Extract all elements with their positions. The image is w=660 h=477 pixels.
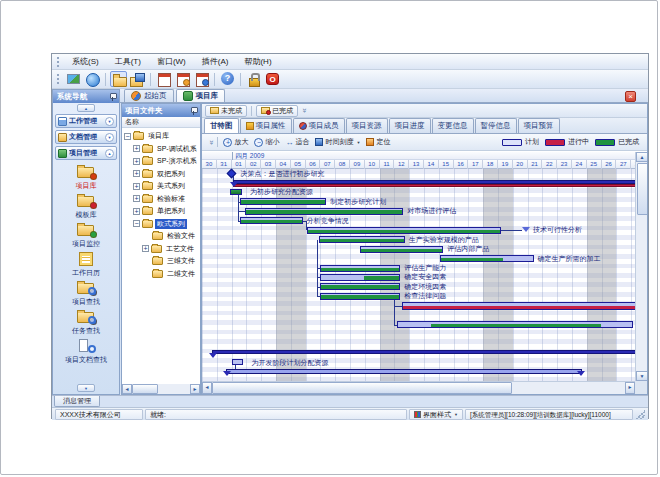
gantt-hscrollbar[interactable]: ◄ ►: [202, 381, 635, 394]
gantt-bar[interactable]: [320, 293, 400, 300]
chevron-down-icon[interactable]: ▼: [105, 117, 114, 126]
gantt-bar[interactable]: [397, 321, 632, 328]
expand-plus-icon[interactable]: +: [133, 208, 140, 215]
gantt-tab-变更信息[interactable]: 变更信息: [432, 118, 474, 133]
sidebar-item-工作日历[interactable]: 工作日历: [55, 251, 117, 279]
scroll-down-icon[interactable]: ▼: [636, 371, 648, 381]
scroll-down-icon[interactable]: ▼: [77, 384, 95, 392]
scroll-thumb[interactable]: [212, 382, 512, 394]
tree-item-SP-调试机系[interactable]: +SP-调试机系: [122, 143, 200, 155]
lock-icon[interactable]: [245, 71, 262, 87]
gantt-bar[interactable]: [240, 198, 326, 205]
sidebar-group-项目管理[interactable]: 项目管理▲: [55, 146, 117, 160]
menu-item[interactable]: 系统(S): [64, 54, 107, 69]
gantt-tool-放大[interactable]: +放大: [220, 136, 251, 148]
sidebar-item-项目文档查找[interactable]: 项目文档查找: [55, 338, 117, 366]
gantt-vscrollbar[interactable]: ▲ ▼: [635, 152, 648, 381]
gantt-tab-项目属性[interactable]: 项目属性: [240, 118, 292, 133]
tree-hscrollbar[interactable]: ◄ ►: [122, 384, 200, 394]
tree-item-项目库[interactable]: −项目库: [122, 130, 200, 142]
toolbar-overflow-icon[interactable]: »: [207, 138, 216, 146]
sidebar-group-工作管理[interactable]: 工作管理▼: [55, 114, 117, 128]
summary-bar[interactable]: [212, 350, 635, 354]
tree-item-SP-演示机系[interactable]: +SP-演示机系: [122, 155, 200, 167]
gantt-bar[interactable]: [319, 236, 405, 243]
gantt-tab-甘特图[interactable]: 甘特图: [204, 118, 239, 133]
gantt-tab-暂停信息[interactable]: 暂停信息: [475, 118, 517, 133]
scroll-up-icon[interactable]: ▲: [636, 152, 648, 162]
close-tab-button[interactable]: ×: [625, 91, 636, 102]
sidebar-item-项目监控[interactable]: 项目监控: [55, 222, 117, 250]
gantt-bar[interactable]: [320, 274, 400, 281]
tree-item-三维文件[interactable]: 三维文件: [122, 255, 200, 267]
scroll-right-icon[interactable]: ►: [625, 382, 635, 394]
gantt-tool-时间刻度[interactable]: 时间刻度▼: [312, 136, 363, 148]
scroll-left-icon[interactable]: ◄: [202, 382, 212, 394]
gantt-tab-项目成员[interactable]: 项目成员: [293, 118, 345, 133]
overflow-chevron-icon[interactable]: »: [300, 106, 309, 114]
globe-icon[interactable]: [84, 71, 101, 87]
expand-plus-icon[interactable]: +: [133, 195, 140, 202]
gantt-bar[interactable]: [232, 359, 244, 365]
message-management-tab[interactable]: 消息管理: [54, 396, 100, 407]
expand-plus-icon[interactable]: +: [133, 170, 140, 177]
gantt-tool-定位[interactable]: 定位: [363, 136, 393, 148]
tree-item-美式系列[interactable]: +美式系列: [122, 180, 200, 192]
tree-item-检验标准[interactable]: +检验标准: [122, 193, 200, 205]
gantt-tab-项目进度[interactable]: 项目进度: [389, 118, 431, 133]
pin-icon[interactable]: [190, 107, 197, 115]
gantt-tool-缩小[interactable]: −缩小: [251, 136, 282, 148]
tree-item-工艺文件[interactable]: +工艺文件: [122, 243, 200, 255]
gantt-bar[interactable]: [307, 227, 501, 234]
gantt-bar[interactable]: [402, 302, 635, 310]
deadline-triangle[interactable]: [522, 227, 530, 232]
chevron-up-icon[interactable]: ▲: [105, 149, 114, 158]
gantt-tab-项目资源[interactable]: 项目资源: [346, 118, 388, 133]
sidebar-item-任务查找[interactable]: 任务查找: [55, 309, 117, 337]
folder-icon[interactable]: [110, 71, 127, 87]
summary-bar[interactable]: [226, 369, 583, 374]
collapse-minus-icon[interactable]: −: [133, 220, 140, 227]
collapse-minus-icon[interactable]: −: [124, 133, 131, 140]
schedule-edit-icon[interactable]: [174, 71, 191, 87]
sidebar-group-文档管理[interactable]: 文档管理▼: [55, 130, 117, 144]
expand-plus-icon[interactable]: +: [142, 245, 149, 252]
tree-item-检验文件[interactable]: 检验文件: [122, 230, 200, 242]
tree-item-欧式系列[interactable]: −欧式系列: [122, 218, 200, 230]
image-icon[interactable]: [65, 71, 82, 87]
gantt-bar[interactable]: [230, 189, 242, 195]
schedule-icon[interactable]: [155, 71, 172, 87]
sidebar-item-项目库[interactable]: 项目库: [55, 164, 117, 192]
menu-item[interactable]: 帮助(H): [236, 54, 279, 69]
gantt-bar[interactable]: [240, 217, 302, 224]
sidebar-item-模板库[interactable]: 模板库: [55, 193, 117, 221]
folder-monitor-icon[interactable]: [129, 71, 146, 87]
tree-item-双把系列[interactable]: +双把系列: [122, 168, 200, 180]
scroll-right-icon[interactable]: ►: [190, 384, 200, 394]
scroll-thumb[interactable]: [132, 384, 158, 394]
resize-grip[interactable]: [635, 409, 645, 419]
chevron-down-icon[interactable]: ▼: [105, 133, 114, 142]
gantt-bar[interactable]: [360, 246, 443, 253]
pin-icon[interactable]: [109, 93, 116, 101]
tree-column-header[interactable]: 名称: [122, 117, 200, 128]
expand-plus-icon[interactable]: +: [133, 183, 140, 190]
scroll-left-icon[interactable]: ◄: [122, 384, 132, 394]
stop-icon[interactable]: [264, 71, 281, 87]
gantt-bar[interactable]: [245, 208, 403, 215]
expand-plus-icon[interactable]: +: [133, 158, 140, 165]
expand-plus-icon[interactable]: +: [133, 145, 140, 152]
interface-style-button[interactable]: 界面样式 ▼: [409, 409, 463, 420]
filter-button-已完成[interactable]: 已完成: [256, 105, 298, 117]
menu-item[interactable]: 插件(A): [194, 54, 237, 69]
sidebar-item-项目查找[interactable]: 项目查找: [55, 280, 117, 308]
schedule-view-icon[interactable]: [193, 71, 210, 87]
scroll-up-icon[interactable]: ▲: [77, 104, 95, 112]
tree-item-单把系列[interactable]: +单把系列: [122, 205, 200, 217]
doc-tab-起始页[interactable]: 起始页: [124, 89, 174, 102]
gantt-bar[interactable]: [320, 265, 400, 272]
gantt-tab-项目预算[interactable]: 项目预算: [518, 118, 560, 133]
gantt-tool-适合[interactable]: ↔适合: [282, 136, 312, 148]
doc-tab-项目库[interactable]: 项目库: [176, 89, 226, 102]
filter-button-未完成[interactable]: 未完成: [205, 105, 247, 117]
